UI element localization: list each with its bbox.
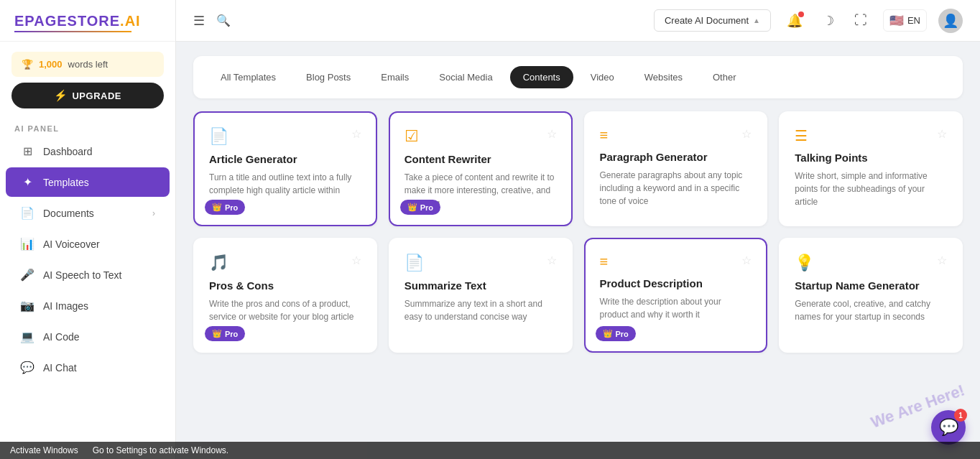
crown-icon-3: 👑 xyxy=(212,329,222,338)
sidebar-label-ai-chat: AI Chat xyxy=(43,362,77,374)
talking-desc: Write short, simple and informative poin… xyxy=(795,170,947,208)
tab-contents[interactable]: Contents xyxy=(510,66,573,88)
paragraph-icon: ≡ xyxy=(600,127,609,144)
startup-desc: Generate cool, creative, and catchy name… xyxy=(795,297,947,323)
notification-dot xyxy=(798,11,804,17)
upgrade-button[interactable]: ⚡ UPGRADE xyxy=(11,83,164,108)
sidebar-item-ai-voiceover[interactable]: 📊 AI Voiceover xyxy=(6,229,170,259)
sidebar-item-ai-speech-to-text[interactable]: 🎤 AI Speech to Text xyxy=(6,260,170,289)
windows-line1: Activate Windows xyxy=(10,445,78,455)
card-paragraph-generator[interactable]: ≡ ☆ Paragraph Generator Generate paragra… xyxy=(584,111,768,226)
summarize-icon: 📄 xyxy=(405,254,424,272)
search-icon[interactable]: 🔍 xyxy=(216,14,231,27)
star-product[interactable]: ☆ xyxy=(741,254,752,267)
article-pro-badge: 👑 Pro xyxy=(205,200,245,215)
language-selector[interactable]: 🇺🇸 EN xyxy=(883,9,927,32)
pros-desc: Write the pros and cons of a product, se… xyxy=(209,297,361,323)
card-article-generator[interactable]: 📄 ☆ Article Generator Turn a title and o… xyxy=(193,111,377,226)
documents-icon: 📄 xyxy=(20,206,34,220)
words-count: 1,000 xyxy=(39,59,63,70)
star-article[interactable]: ☆ xyxy=(351,127,361,141)
tab-websites[interactable]: Websites xyxy=(632,66,695,88)
lang-label: EN xyxy=(907,15,920,26)
card-top-summarize: 📄 ☆ xyxy=(405,254,557,272)
sidebar-label-ai-code: AI Code xyxy=(43,331,80,343)
words-label: words left xyxy=(68,59,108,70)
card-startup-name[interactable]: 💡 ☆ Startup Name Generator Generate cool… xyxy=(779,238,963,353)
sidebar-item-templates[interactable]: ✦ Templates xyxy=(6,167,170,197)
sidebar-item-ai-chat[interactable]: 💬 AI Chat xyxy=(6,353,170,382)
crown-icon-4: 👑 xyxy=(603,329,613,338)
chevron-right-icon: › xyxy=(152,208,155,218)
create-doc-button[interactable]: Create AI Document ▲ xyxy=(654,9,771,32)
star-startup[interactable]: ☆ xyxy=(937,254,947,267)
code-icon: 💻 xyxy=(20,330,34,343)
card-top-article: 📄 ☆ xyxy=(209,127,361,146)
card-content-rewriter[interactable]: ☑ ☆ Content Rewriter Take a piece of con… xyxy=(389,111,573,226)
menu-icon[interactable]: ☰ xyxy=(193,13,205,29)
create-doc-label: Create AI Document xyxy=(665,15,749,26)
pros-pro-badge: 👑 Pro xyxy=(205,326,245,341)
star-rewriter[interactable]: ☆ xyxy=(547,127,557,141)
tab-all-templates[interactable]: All Templates xyxy=(208,66,289,88)
summarize-desc: Summmarize any text in a short and easy … xyxy=(405,297,557,323)
tab-emails[interactable]: Emails xyxy=(368,66,422,88)
sidebar: EPAGESTORE.AI 🏆 1,000 words left ⚡ UPGRA… xyxy=(0,0,176,459)
chat-fab[interactable]: 💬 1 xyxy=(931,410,966,445)
sidebar-label-ai-voiceover: AI Voiceover xyxy=(43,238,100,250)
cards-grid-row2: 🎵 ☆ Pros & Cons Write the pros and cons … xyxy=(193,238,963,353)
card-summarize-text[interactable]: 📄 ☆ Summarize Text Summmarize any text i… xyxy=(389,238,573,353)
theme-toggle-button[interactable]: ☽ xyxy=(818,9,838,33)
chat-count-badge: 1 xyxy=(954,409,967,422)
tab-video[interactable]: Video xyxy=(578,66,627,88)
startup-title: Startup Name Generator xyxy=(795,279,947,292)
product-desc: Write the description about your product… xyxy=(600,295,752,321)
tab-social-media[interactable]: Social Media xyxy=(426,66,505,88)
sidebar-label-dashboard: Dashboard xyxy=(43,146,93,157)
tab-blog-posts[interactable]: Blog Posts xyxy=(293,66,364,88)
dashboard-icon: ⊞ xyxy=(20,144,34,158)
tab-other[interactable]: Other xyxy=(700,66,749,88)
product-pro-badge: 👑 Pro xyxy=(596,326,636,341)
upgrade-label: UPGRADE xyxy=(72,91,121,101)
windows-line2: Go to Settings to activate Windows. xyxy=(93,445,228,455)
logo: EPAGESTORE.AI xyxy=(0,0,175,42)
pros-title: Pros & Cons xyxy=(209,279,361,292)
words-left-box: 🏆 1,000 words left xyxy=(11,52,164,77)
words-icon: 🏆 xyxy=(22,59,33,70)
star-summarize[interactable]: ☆ xyxy=(547,254,557,267)
flag-icon: 🇺🇸 xyxy=(889,14,904,27)
card-top-talking: ☰ ☆ xyxy=(795,127,947,144)
sidebar-item-ai-images[interactable]: 📷 AI Images xyxy=(6,291,170,320)
sidebar-label-templates: Templates xyxy=(43,177,89,188)
star-pros[interactable]: ☆ xyxy=(351,254,361,267)
card-talking-points[interactable]: ☰ ☆ Talking Points Write short, simple a… xyxy=(779,111,963,226)
chat-icon: 💬 xyxy=(20,361,34,374)
fullscreen-button[interactable]: ⛶ xyxy=(850,9,872,32)
summarize-title: Summarize Text xyxy=(405,279,557,292)
tabs-bar: All Templates Blog Posts Emails Social M… xyxy=(193,56,963,98)
chevron-down-icon: ▲ xyxy=(753,17,760,24)
user-avatar[interactable]: 👤 xyxy=(938,9,963,33)
star-talking[interactable]: ☆ xyxy=(937,127,947,141)
sidebar-item-documents[interactable]: 📄 Documents › xyxy=(6,198,170,228)
product-icon: ≡ xyxy=(600,254,609,270)
card-top-product: ≡ ☆ xyxy=(600,254,752,270)
card-top-pros: 🎵 ☆ xyxy=(209,254,361,272)
star-paragraph[interactable]: ☆ xyxy=(741,127,752,141)
topbar: ☰ 🔍 Create AI Document ▲ 🔔 ☽ ⛶ 🇺🇸 EN 👤 xyxy=(176,0,980,42)
cards-grid-row1: 📄 ☆ Article Generator Turn a title and o… xyxy=(193,111,963,226)
talking-icon: ☰ xyxy=(795,127,808,144)
sidebar-item-dashboard[interactable]: ⊞ Dashboard xyxy=(6,136,170,166)
rewriter-title: Content Rewriter xyxy=(405,153,557,165)
crown-icon: 👑 xyxy=(212,203,222,212)
ai-panel-label: AI PANEL xyxy=(0,119,175,136)
card-top-rewriter: ☑ ☆ xyxy=(405,127,557,146)
paragraph-title: Paragraph Generator xyxy=(600,151,752,163)
crown-icon-2: 👑 xyxy=(407,203,417,212)
logo-text: EPAGESTORE.AI xyxy=(14,13,161,29)
sidebar-item-ai-code[interactable]: 💻 AI Code xyxy=(6,322,170,351)
images-icon: 📷 xyxy=(20,299,34,312)
card-product-description[interactable]: ≡ ☆ Product Description Write the descri… xyxy=(584,238,768,353)
card-pros-cons[interactable]: 🎵 ☆ Pros & Cons Write the pros and cons … xyxy=(193,238,377,353)
